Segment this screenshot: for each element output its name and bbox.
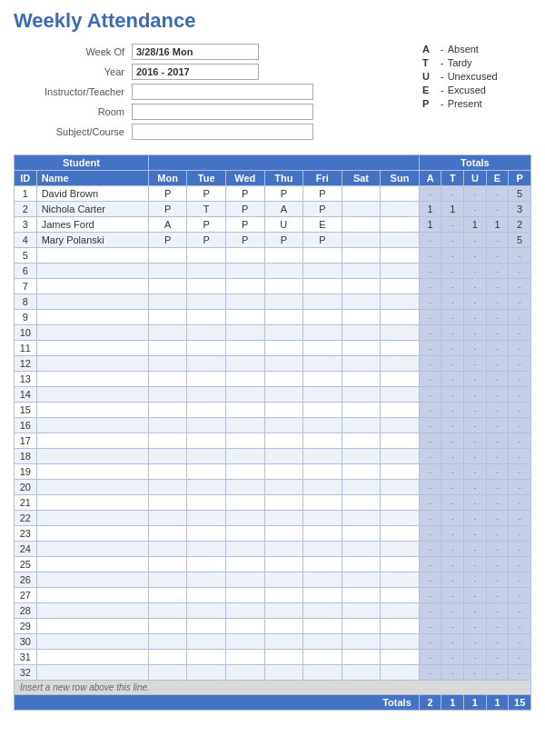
total-t: -: [441, 634, 464, 650]
table-row: 19-----: [15, 464, 531, 480]
col-tue-header: Tue: [187, 171, 226, 186]
cell-tue: [187, 310, 226, 325]
total-t: -: [441, 557, 464, 572]
legend-desc-t: Tardy: [448, 57, 472, 68]
cell-name: [36, 356, 148, 372]
total-p: -: [509, 325, 531, 341]
cell-sat: [342, 650, 381, 665]
cell-thu: [264, 294, 303, 310]
total-u: -: [464, 603, 487, 619]
cell-fri: [303, 526, 342, 542]
legend-unexcused: U - Unexcused: [422, 71, 531, 82]
cell-fri: [303, 495, 342, 511]
cell-name: [36, 542, 148, 557]
cell-fri: [303, 372, 342, 387]
cell-thu: [264, 279, 303, 294]
cell-fri: [303, 542, 342, 557]
total-e: -: [486, 387, 509, 403]
cell-tue: [187, 464, 226, 480]
cell-fri: [303, 511, 342, 526]
total-p: -: [509, 588, 531, 603]
total-t: -: [441, 325, 464, 341]
total-p: -: [509, 294, 531, 310]
cell-wed: [225, 433, 264, 449]
cell-sun: [381, 603, 420, 619]
total-a: -: [419, 356, 441, 372]
cell-id: 12: [15, 356, 37, 372]
cell-fri: P: [303, 202, 342, 217]
legend-code-t: T: [422, 57, 437, 68]
cell-id: 16: [15, 418, 37, 433]
total-u: -: [464, 572, 487, 588]
table-row: 20-----: [15, 480, 531, 495]
cell-tue: [187, 294, 226, 310]
cell-mon: [148, 603, 187, 619]
cell-wed: [225, 480, 264, 495]
legend-present: P - Present: [422, 98, 531, 109]
cell-sat: [342, 588, 381, 603]
total-e: -: [486, 480, 509, 495]
cell-name: [36, 248, 148, 264]
total-t: -: [441, 464, 464, 480]
col-e-header: E: [486, 171, 509, 186]
cell-name: [36, 526, 148, 542]
cell-sun: [381, 294, 420, 310]
total-p: -: [509, 264, 531, 279]
total-e: -: [486, 279, 509, 294]
cell-fri: [303, 480, 342, 495]
totals-u: 1: [464, 695, 487, 711]
total-u: -: [464, 186, 487, 202]
cell-name: [36, 310, 148, 325]
total-e: -: [486, 634, 509, 650]
cell-fri: [303, 619, 342, 634]
total-u: -: [464, 418, 487, 433]
legend-desc-e: Excused: [448, 85, 486, 95]
total-a: -: [419, 526, 441, 542]
subject-label: Subject/Course: [14, 126, 132, 137]
total-u: -: [464, 619, 487, 634]
cell-thu: [264, 572, 303, 588]
cell-mon: P: [148, 186, 187, 202]
cell-thu: [264, 248, 303, 264]
cell-sat: [342, 526, 381, 542]
cell-name: [36, 294, 148, 310]
total-a: -: [419, 511, 441, 526]
cell-fri: [303, 665, 342, 681]
total-a: -: [419, 650, 441, 665]
cell-sat: [342, 511, 381, 526]
cell-tue: [187, 264, 226, 279]
total-t: -: [441, 619, 464, 634]
week-of-value: 3/28/16 Mon: [132, 44, 259, 60]
cell-thu: [264, 264, 303, 279]
total-u: -: [464, 325, 487, 341]
total-t: -: [441, 526, 464, 542]
cell-sat: [342, 665, 381, 681]
cell-sat: [342, 619, 381, 634]
cell-id: 8: [15, 294, 37, 310]
cell-wed: [225, 650, 264, 665]
cell-wed: P: [225, 186, 264, 202]
cell-tue: [187, 557, 226, 572]
cell-fri: [303, 588, 342, 603]
cell-thu: [264, 511, 303, 526]
cell-name: Nichola Carter: [36, 202, 148, 217]
legend-code-a: A: [422, 44, 437, 55]
cell-fri: [303, 557, 342, 572]
totals-p: 15: [509, 695, 531, 711]
cell-tue: P: [187, 186, 226, 202]
total-e: -: [486, 542, 509, 557]
cell-wed: [225, 511, 264, 526]
total-t: -: [441, 372, 464, 387]
cell-thu: [264, 588, 303, 603]
cell-wed: [225, 588, 264, 603]
total-e: -: [486, 665, 509, 681]
total-e: -: [486, 264, 509, 279]
cell-fri: [303, 634, 342, 650]
cell-thu: [264, 634, 303, 650]
total-e: -: [486, 511, 509, 526]
table-row: 27-----: [15, 588, 531, 603]
cell-tue: [187, 511, 226, 526]
cell-sun: [381, 433, 420, 449]
total-t: -: [441, 233, 464, 248]
col-sun-header: Sun: [381, 171, 420, 186]
